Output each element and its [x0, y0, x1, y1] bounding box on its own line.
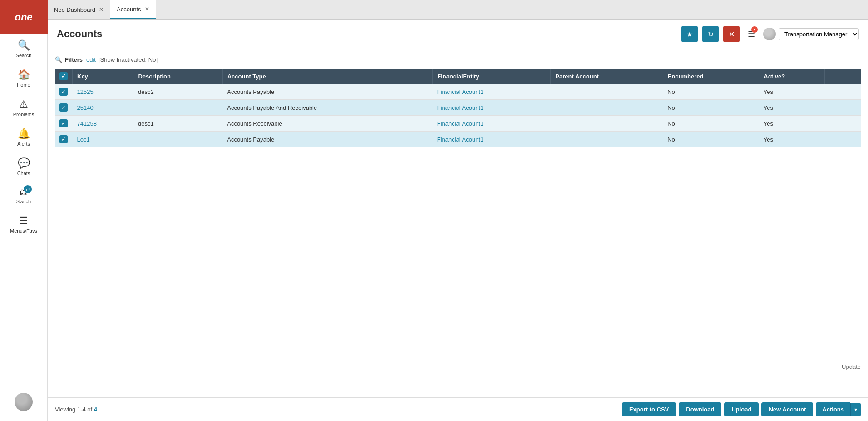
row-3-financial-entity[interactable]: Financial Acount1 — [433, 132, 551, 147]
viewing-count: 4 — [94, 406, 97, 413]
actions-button-group: Actions ▾ — [816, 402, 861, 416]
menus-icon: ☰ — [19, 215, 28, 227]
table-header-row: ✓ Key Description Account Type Financial… — [55, 69, 861, 84]
sidebar-bottom — [0, 384, 47, 421]
row-2-account-type: Accounts Receivable — [222, 116, 432, 132]
row-3-encumbered: No — [663, 132, 759, 147]
row-0-key-link[interactable]: 12525 — [77, 88, 94, 95]
filter-edit-link[interactable]: edit — [86, 56, 96, 63]
row-3-extra — [824, 132, 861, 147]
warning-icon: ⚠ — [19, 98, 28, 110]
main-content: Neo Dashboard ✕ Accounts ✕ Accounts ★ ↻ … — [48, 0, 868, 421]
row-2-active: Yes — [759, 116, 824, 132]
sidebar: one 🔍 Search 🏠 Home ⚠ Problems 🔔 Alerts … — [0, 0, 48, 421]
sidebar-item-problems[interactable]: ⚠ Problems — [0, 93, 47, 122]
th-parent-account: Parent Account — [551, 69, 663, 84]
user-avatar-small — [763, 28, 776, 40]
sidebar-label-chats: Chats — [17, 171, 30, 176]
row-2-financial-entity[interactable]: Financial Acount1 — [433, 116, 551, 132]
viewing-label: Viewing 1-4 of 4 — [55, 406, 97, 413]
row-3-financial-entity-link[interactable]: Financial Acount1 — [437, 136, 484, 143]
row-3-key[interactable]: Loc1 — [73, 132, 133, 147]
table-row: ✓Loc1Accounts PayableFinancial Acount1No… — [55, 132, 861, 147]
content-area: 🔍 Filters edit [Show Inactivated: No] ✓ … — [48, 49, 868, 397]
app-logo[interactable]: one — [0, 0, 48, 34]
close-page-button[interactable]: ✕ — [723, 26, 740, 42]
tab-neo-dashboard[interactable]: Neo Dashboard ✕ — [48, 0, 110, 19]
sidebar-item-home[interactable]: 🏠 Home — [0, 64, 47, 93]
bell-icon: 🔔 — [18, 128, 30, 140]
th-key: Key — [73, 69, 133, 84]
header-checkbox[interactable]: ✓ — [59, 72, 68, 80]
page-title: Accounts — [57, 28, 677, 40]
sidebar-label-menus: Menus/Favs — [10, 228, 37, 234]
tab-accounts-label: Accounts — [117, 6, 141, 13]
actions-dropdown-button[interactable]: ▾ — [850, 403, 861, 416]
new-account-button[interactable]: New Account — [761, 402, 813, 416]
row-1-financial-entity-link[interactable]: Financial Acount1 — [437, 104, 484, 111]
sidebar-item-avatar[interactable] — [0, 384, 47, 416]
row-0-checkbox[interactable]: ✓ — [59, 88, 68, 96]
row-1-active: Yes — [759, 100, 824, 116]
tab-neo-dashboard-label: Neo Dashboard — [54, 6, 95, 13]
row-0-checkbox-cell: ✓ — [55, 84, 73, 100]
sidebar-label-problems: Problems — [13, 112, 34, 117]
row-0-financial-entity[interactable]: Financial Acount1 — [433, 84, 551, 100]
page-header: Accounts ★ ↻ ✕ ☰ ● Transportation Manage… — [48, 20, 868, 49]
user-avatar — [15, 393, 33, 411]
th-extra — [824, 69, 861, 84]
sidebar-item-alerts[interactable]: 🔔 Alerts — [0, 122, 47, 152]
row-3-description — [133, 132, 222, 147]
export-csv-button[interactable]: Export to CSV — [622, 402, 676, 416]
row-1-parent-account — [551, 100, 663, 116]
row-3-checkbox-cell: ✓ — [55, 132, 73, 147]
row-1-key[interactable]: 25140 — [73, 100, 133, 116]
row-1-key-link[interactable]: 25140 — [77, 104, 94, 111]
row-2-parent-account — [551, 116, 663, 132]
row-0-description: desc2 — [133, 84, 222, 100]
row-3-checkbox[interactable]: ✓ — [59, 135, 68, 143]
tab-neo-dashboard-close[interactable]: ✕ — [99, 6, 104, 13]
row-3-active: Yes — [759, 132, 824, 147]
th-description: Description — [133, 69, 222, 84]
refresh-button[interactable]: ↻ — [702, 26, 719, 42]
row-3-key-link[interactable]: Loc1 — [77, 136, 90, 143]
favorite-button[interactable]: ★ — [681, 26, 698, 42]
upload-button[interactable]: Upload — [724, 402, 759, 416]
row-1-extra — [824, 100, 861, 116]
row-0-account-type: Accounts Payable — [222, 84, 432, 100]
row-2-financial-entity-link[interactable]: Financial Acount1 — [437, 120, 484, 127]
table-row: ✓25140Accounts Payable And ReceivableFin… — [55, 100, 861, 116]
row-0-active: Yes — [759, 84, 824, 100]
tab-accounts[interactable]: Accounts ✕ — [110, 0, 156, 19]
sidebar-item-menus[interactable]: ☰ Menus/Favs — [0, 210, 47, 239]
th-encumbered: Encumbered — [663, 69, 759, 84]
actions-main-button[interactable]: Actions — [816, 402, 850, 416]
row-0-key[interactable]: 12525 — [73, 84, 133, 100]
row-1-account-type: Accounts Payable And Receivable — [222, 100, 432, 116]
row-2-key[interactable]: 741258 — [73, 116, 133, 132]
th-active: Active? — [759, 69, 824, 84]
switch-badge: ⇄ — [24, 185, 32, 193]
sidebar-item-chats[interactable]: 💬 Chats — [0, 152, 47, 181]
download-button[interactable]: Download — [679, 402, 721, 416]
footer-actions: Export to CSV Download Upload New Accoun… — [622, 402, 861, 416]
row-0-financial-entity-link[interactable]: Financial Acount1 — [437, 88, 484, 95]
tab-accounts-close[interactable]: ✕ — [145, 6, 149, 12]
sidebar-label-alerts: Alerts — [17, 141, 30, 147]
filter-icon: 🔍 — [55, 56, 62, 63]
sidebar-item-switch[interactable]: 🗂 ⇄ Switch — [0, 181, 47, 210]
th-financial-entity: FinancialEntity — [433, 69, 551, 84]
row-0-extra — [824, 84, 861, 100]
row-2-checkbox[interactable]: ✓ — [59, 119, 68, 127]
update-button[interactable]: Update — [842, 363, 861, 370]
th-checkbox[interactable]: ✓ — [55, 69, 73, 84]
row-1-checkbox[interactable]: ✓ — [59, 103, 68, 112]
row-1-financial-entity[interactable]: Financial Acount1 — [433, 100, 551, 116]
user-role-dropdown[interactable]: Transportation Manager — [779, 28, 859, 40]
menu-button[interactable]: ☰ ● — [744, 27, 759, 41]
accounts-table: ✓ Key Description Account Type Financial… — [55, 69, 861, 147]
row-2-key-link[interactable]: 741258 — [77, 120, 97, 127]
sidebar-item-search[interactable]: 🔍 Search — [0, 34, 47, 64]
th-account-type: Account Type — [222, 69, 432, 84]
